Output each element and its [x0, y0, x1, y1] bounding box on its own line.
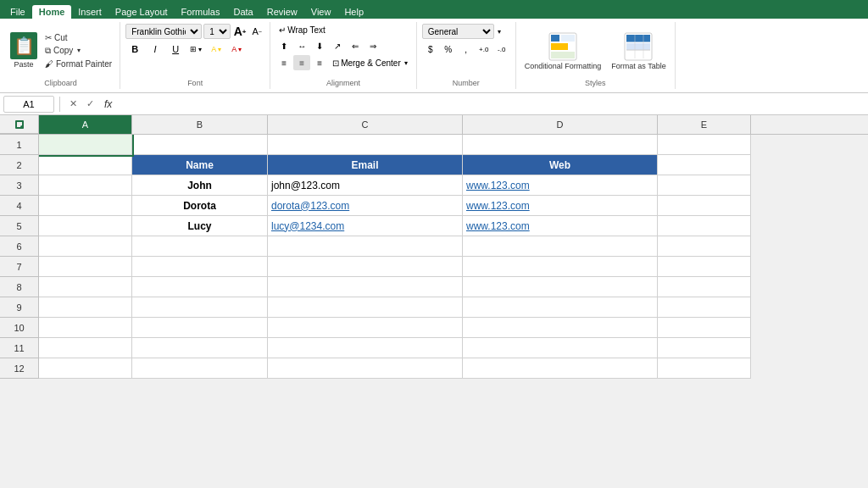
cell-a8[interactable] — [39, 277, 132, 297]
font-color-button[interactable]: A▾ — [227, 42, 246, 57]
cell-e4[interactable] — [658, 196, 751, 216]
col-header-e[interactable]: E — [658, 115, 751, 134]
cell-e3[interactable] — [658, 175, 751, 196]
cell-b2[interactable]: Name — [132, 155, 268, 175]
row-header-11[interactable]: 11 — [0, 338, 39, 358]
tab-help[interactable]: Help — [337, 5, 370, 19]
cell-e7[interactable] — [658, 257, 751, 277]
align-bottom-button[interactable]: ⬇ — [311, 38, 328, 53]
align-top-button[interactable]: ⬆ — [275, 38, 292, 53]
cell-c6[interactable] — [268, 236, 463, 257]
cell-c4[interactable]: dorota@123.com — [268, 196, 463, 216]
formula-cancel-button[interactable]: ✕ — [65, 97, 81, 112]
align-right-button[interactable]: ≡ — [311, 55, 328, 70]
cell-d2[interactable]: Web — [463, 155, 658, 175]
decrease-decimal-button[interactable]: -.0 — [493, 42, 510, 57]
tab-formulas[interactable]: Formulas — [175, 5, 227, 19]
copy-button[interactable]: ⧉ Copy ▾ — [42, 45, 114, 57]
currency-button[interactable]: $ — [422, 42, 439, 57]
comma-button[interactable]: , — [458, 42, 475, 57]
col-header-c[interactable]: C — [268, 115, 463, 134]
cell-a7[interactable] — [39, 257, 132, 277]
cell-e1[interactable] — [658, 135, 751, 155]
select-all-button[interactable] — [0, 115, 39, 134]
cell-a2[interactable] — [39, 155, 132, 175]
cell-b1[interactable] — [132, 135, 268, 155]
italic-button[interactable]: I — [146, 42, 164, 57]
row-header-3[interactable]: 3 — [0, 175, 39, 196]
cell-b6[interactable] — [132, 236, 268, 257]
cell-a5[interactable] — [39, 216, 132, 236]
fill-color-button[interactable]: A▾ — [207, 42, 225, 57]
bold-button[interactable]: B — [125, 42, 144, 57]
cell-c11[interactable] — [268, 338, 463, 358]
cell-b7[interactable] — [132, 257, 268, 277]
increase-decimal-button[interactable]: +.0 — [476, 42, 492, 57]
align-center-button[interactable]: ≡ — [293, 55, 310, 70]
cell-c12[interactable] — [268, 358, 463, 379]
cell-b5[interactable]: Lucy — [132, 216, 268, 236]
cell-b11[interactable] — [132, 338, 268, 358]
row-header-8[interactable]: 8 — [0, 277, 39, 297]
cell-c2[interactable]: Email — [268, 155, 463, 175]
cell-reference-input[interactable]: A1 — [3, 96, 54, 113]
tab-file[interactable]: File — [3, 5, 32, 19]
cell-d3[interactable]: www.123.com — [463, 175, 658, 196]
row-header-10[interactable]: 10 — [0, 318, 39, 338]
col-header-d[interactable]: D — [463, 115, 658, 134]
row-header-1[interactable]: 1 — [0, 135, 39, 155]
wrap-text-button[interactable]: ↵ Wrap Text — [275, 24, 329, 36]
percent-button[interactable]: % — [440, 42, 457, 57]
indent-decrease-button[interactable]: ⇐ — [347, 38, 364, 53]
cell-b8[interactable] — [132, 277, 268, 297]
cell-d12[interactable] — [463, 358, 658, 379]
cell-d11[interactable] — [463, 338, 658, 358]
borders-button[interactable]: ⊞▾ — [186, 42, 205, 57]
cell-e11[interactable] — [658, 338, 751, 358]
cell-c9[interactable] — [268, 297, 463, 318]
format-painter-button[interactable]: 🖌 Format Painter — [42, 58, 114, 69]
cell-b9[interactable] — [132, 297, 268, 318]
tab-data[interactable]: Data — [226, 5, 259, 19]
cell-e5[interactable] — [658, 216, 751, 236]
underline-button[interactable]: U — [166, 42, 185, 57]
tab-insert[interactable]: Insert — [71, 5, 108, 19]
cell-d6[interactable] — [463, 236, 658, 257]
cell-d9[interactable] — [463, 297, 658, 318]
cell-a1[interactable] — [39, 135, 132, 155]
font-name-select[interactable]: Franklin Gothic M — [125, 24, 202, 39]
cell-c5[interactable]: lucy@1234.com — [268, 216, 463, 236]
cell-c10[interactable] — [268, 318, 463, 338]
cell-d1[interactable] — [463, 135, 658, 155]
cell-d10[interactable] — [463, 318, 658, 338]
row-header-9[interactable]: 9 — [0, 297, 39, 318]
cell-a11[interactable] — [39, 338, 132, 358]
indent-increase-button[interactable]: ⇒ — [364, 38, 381, 53]
paste-button[interactable]: 📋 Paste — [7, 30, 41, 70]
tab-view[interactable]: View — [304, 5, 338, 19]
cell-b4[interactable]: Dorota — [132, 196, 268, 216]
align-middle-button[interactable]: ↔ — [293, 38, 310, 53]
cell-d4[interactable]: www.123.com — [463, 196, 658, 216]
cell-a3[interactable] — [39, 175, 132, 196]
formula-input[interactable] — [119, 96, 865, 113]
cell-a10[interactable] — [39, 318, 132, 338]
conditional-formatting-button[interactable]: Conditional Formatting — [521, 30, 605, 72]
cell-a12[interactable] — [39, 358, 132, 379]
cell-b3[interactable]: John — [132, 175, 268, 196]
cell-c8[interactable] — [268, 277, 463, 297]
col-header-b[interactable]: B — [132, 115, 268, 134]
align-left-button[interactable]: ≡ — [275, 55, 292, 70]
col-header-a[interactable]: A — [39, 115, 132, 134]
cell-b10[interactable] — [132, 318, 268, 338]
tab-review[interactable]: Review — [260, 5, 304, 19]
cell-c1[interactable] — [268, 135, 463, 155]
cell-e2[interactable] — [658, 155, 751, 175]
cell-a9[interactable] — [39, 297, 132, 318]
tab-home[interactable]: Home — [32, 5, 72, 19]
increase-font-button[interactable]: A+ — [232, 24, 248, 39]
tab-page-layout[interactable]: Page Layout — [108, 5, 175, 19]
cell-e8[interactable] — [658, 277, 751, 297]
cut-button[interactable]: ✂ Cut — [42, 32, 114, 43]
row-header-5[interactable]: 5 — [0, 216, 39, 236]
